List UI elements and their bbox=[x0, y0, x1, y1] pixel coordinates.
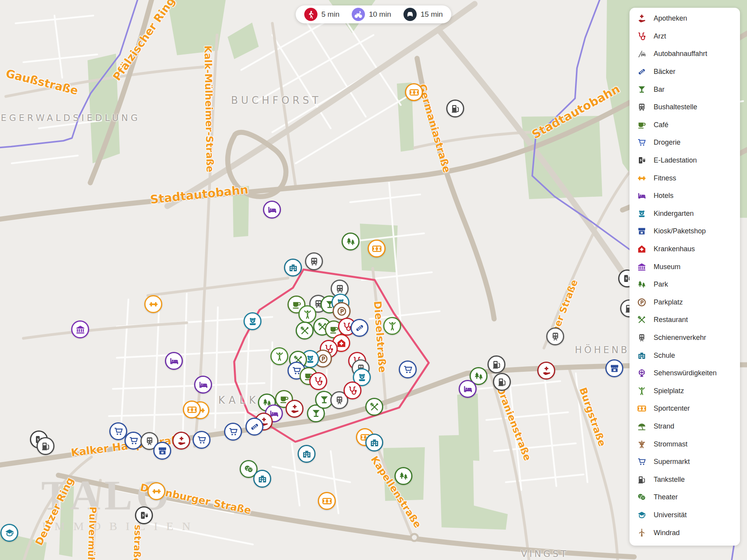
poi-marker-tankstelle[interactable] bbox=[487, 355, 505, 373]
sportcenter-icon bbox=[409, 88, 419, 97]
legend-item-restaurant[interactable]: Restaurant bbox=[630, 311, 740, 329]
poi-marker-restaurant[interactable] bbox=[296, 322, 314, 340]
tankstelle-icon bbox=[637, 475, 646, 484]
poi-marker-hotel[interactable] bbox=[194, 376, 212, 394]
poi-marker-park[interactable] bbox=[395, 467, 412, 485]
legend-item-bushaltestelle[interactable]: Bushaltestelle bbox=[630, 98, 740, 116]
legend-item-cafe[interactable]: Café bbox=[630, 116, 740, 134]
poi-marker-tankstelle[interactable] bbox=[37, 437, 54, 455]
legend-item-krankenhaus[interactable]: Krankenhaus bbox=[630, 240, 740, 258]
poi-marker-schule[interactable] bbox=[284, 259, 302, 276]
travel-time-pill-car[interactable]: 15 min bbox=[403, 8, 443, 21]
walk-icon bbox=[307, 10, 315, 19]
tankstelle-icon bbox=[497, 377, 507, 387]
poi-marker-baecker[interactable] bbox=[245, 418, 263, 436]
legend-item-park[interactable]: Park bbox=[630, 276, 740, 294]
poi-marker-spielplatz[interactable] bbox=[298, 305, 316, 323]
legend-item-strommast[interactable]: Strommast bbox=[630, 435, 740, 453]
travel-time-pill-walk[interactable]: 5 min bbox=[304, 8, 339, 21]
poi-marker-restaurant[interactable] bbox=[365, 398, 383, 416]
sportcenter-icon bbox=[637, 404, 646, 413]
legend-item-fitness[interactable]: Fitness bbox=[630, 169, 740, 187]
poi-marker-spielplatz[interactable] bbox=[383, 317, 401, 335]
poi-marker-bushaltestelle[interactable] bbox=[305, 252, 323, 270]
map-stage[interactable]: TALO IMMOBILIEN STEGERWALDSIEDLUNGBUCHFO… bbox=[0, 0, 747, 560]
poi-marker-tankstelle[interactable] bbox=[446, 100, 464, 117]
legend-item-windrad[interactable]: Windrad bbox=[630, 524, 740, 542]
legend-label: Fitness bbox=[654, 174, 676, 182]
legend-label: Kindergarten bbox=[654, 210, 694, 218]
cafe-icon bbox=[329, 325, 339, 334]
legend-item-kiosk[interactable]: Kiosk/Paketshop bbox=[630, 222, 740, 240]
poi-marker-sportcenter[interactable] bbox=[318, 492, 336, 510]
poi-marker-museum[interactable] bbox=[71, 320, 89, 338]
legend-item-schule[interactable]: Schule bbox=[630, 346, 740, 364]
poi-marker-hotel[interactable] bbox=[459, 380, 477, 398]
legend-item-theater[interactable]: Theater bbox=[630, 488, 740, 506]
legend-label: Hotels bbox=[654, 192, 673, 200]
poi-marker-universitaet[interactable] bbox=[0, 524, 18, 542]
legend-item-spielplatz[interactable]: Spielplatz bbox=[630, 382, 740, 400]
legend-item-autobahnauffahrt[interactable]: Autobahnauffahrt bbox=[630, 45, 740, 63]
arzt-icon bbox=[314, 376, 323, 386]
poi-marker-sportcenter[interactable] bbox=[183, 401, 201, 418]
autobahnauffahrt-icon bbox=[637, 49, 646, 58]
legend-item-tankstelle[interactable]: Tankstelle bbox=[630, 471, 740, 488]
krankenhaus-icon bbox=[637, 245, 646, 254]
poi-marker-tankstelle[interactable] bbox=[493, 373, 511, 391]
poi-marker-apotheke[interactable] bbox=[537, 362, 555, 380]
district-label-4: VINGST bbox=[521, 549, 568, 559]
poi-marker-arzt[interactable] bbox=[344, 382, 361, 399]
poi-marker-sportcenter[interactable] bbox=[368, 240, 386, 257]
legend-item-arzt[interactable]: Arzt bbox=[630, 28, 740, 46]
fitness-icon-wrap bbox=[637, 174, 646, 183]
poi-legend-panel: ApothekenArztAutobahnauffahrtBäckerBarBu… bbox=[630, 8, 740, 546]
poi-marker-fitness[interactable] bbox=[147, 482, 165, 500]
poi-marker-hotel[interactable] bbox=[263, 201, 281, 219]
poi-marker-park[interactable] bbox=[342, 233, 359, 250]
legend-item-kindergarten[interactable]: Kindergarten bbox=[630, 205, 740, 223]
legend-item-drogerie[interactable]: Drogerie bbox=[630, 134, 740, 152]
poi-marker-baecker[interactable] bbox=[351, 319, 368, 337]
poi-marker-parkplatz[interactable] bbox=[333, 302, 351, 320]
poi-marker-hotel[interactable] bbox=[165, 352, 183, 370]
legend-item-bar[interactable]: Bar bbox=[630, 80, 740, 98]
poi-marker-apotheke[interactable] bbox=[286, 400, 303, 418]
poi-marker-supermarkt[interactable] bbox=[124, 432, 142, 450]
legend-item-sehenswuerdigkeiten[interactable]: Sehenswürdigkeiten bbox=[630, 364, 740, 382]
legend-item-baecker[interactable]: Bäcker bbox=[630, 63, 740, 81]
poi-marker-spielplatz[interactable] bbox=[270, 347, 288, 365]
poi-marker-kiosk[interactable] bbox=[153, 442, 171, 460]
travel-time-pill-bike[interactable]: 10 min bbox=[352, 8, 391, 21]
legend-item-sportcenter[interactable]: Sportcenter bbox=[630, 400, 740, 418]
legend-item-parkplatz[interactable]: Parkplatz bbox=[630, 294, 740, 312]
legend-label: Arzt bbox=[654, 32, 666, 40]
poi-marker-sportcenter[interactable] bbox=[405, 83, 423, 101]
legend-item-supermarkt[interactable]: Supermarkt bbox=[630, 453, 740, 471]
legend-item-eladestation[interactable]: E-Ladestation bbox=[630, 152, 740, 170]
legend-item-hotel[interactable]: Hotels bbox=[630, 187, 740, 205]
legend-item-strand[interactable]: Strand bbox=[630, 418, 740, 436]
poi-marker-schule[interactable] bbox=[298, 445, 316, 463]
kiosk-icon bbox=[637, 227, 646, 236]
legend-item-apotheke[interactable]: Apotheken bbox=[630, 10, 740, 28]
poi-marker-eladestation[interactable] bbox=[135, 506, 153, 524]
poi-marker-schule[interactable] bbox=[253, 470, 271, 488]
poi-marker-supermarkt[interactable] bbox=[193, 431, 210, 449]
supermarkt-icon bbox=[637, 457, 646, 466]
poi-marker-schienenverkehr[interactable] bbox=[546, 327, 564, 345]
poi-marker-kiosk[interactable] bbox=[605, 359, 623, 377]
legend-item-universitaet[interactable]: Universität bbox=[630, 506, 740, 524]
legend-item-schienenverkehr[interactable]: Schienenverkehr bbox=[630, 329, 740, 347]
sehenswuerdigkeiten-icon bbox=[637, 369, 646, 378]
poi-marker-schule[interactable] bbox=[365, 434, 383, 452]
poi-marker-fitness[interactable] bbox=[144, 295, 162, 313]
poi-marker-arzt[interactable] bbox=[309, 372, 327, 390]
baecker-icon bbox=[250, 422, 260, 432]
poi-marker-apotheke[interactable] bbox=[172, 432, 190, 450]
legend-label: Spielplatz bbox=[654, 387, 684, 395]
poi-marker-supermarkt[interactable] bbox=[224, 423, 242, 441]
poi-marker-supermarkt[interactable] bbox=[399, 360, 417, 378]
poi-marker-kindergarten[interactable] bbox=[244, 312, 261, 330]
legend-item-museum[interactable]: Museum bbox=[630, 258, 740, 276]
